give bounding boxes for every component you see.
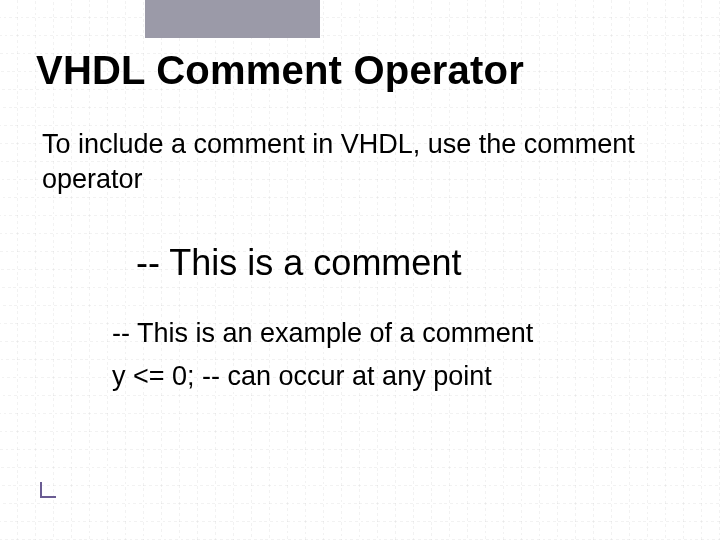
lead-paragraph: To include a comment in VHDL, use the co… bbox=[42, 127, 642, 196]
slide-title: VHDL Comment Operator bbox=[36, 48, 684, 93]
corner-accent-icon bbox=[40, 482, 56, 498]
comment-example-line-1: -- This is an example of a comment bbox=[112, 318, 684, 349]
slide-content: VHDL Comment Operator To include a comme… bbox=[0, 0, 720, 540]
slide: VHDL Comment Operator To include a comme… bbox=[0, 0, 720, 540]
comment-example-line-2: y <= 0; -- can occur at any point bbox=[112, 361, 684, 392]
comment-example-large: -- This is a comment bbox=[136, 242, 684, 284]
